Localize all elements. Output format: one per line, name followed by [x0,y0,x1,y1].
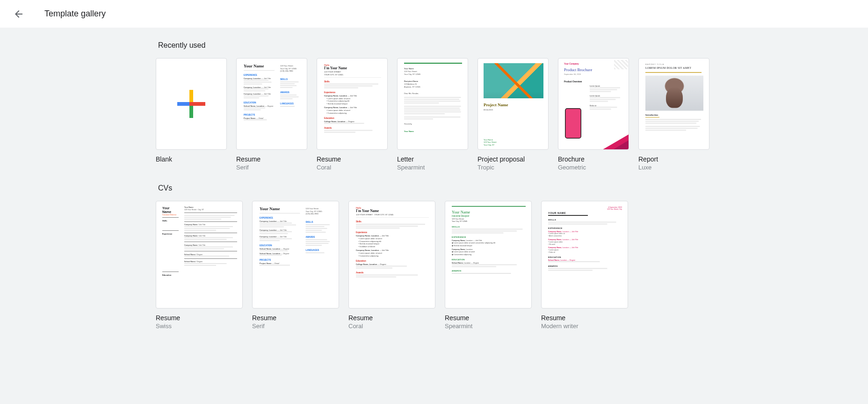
template-thumb: Hello I'm Your Name 123 YOUR STREET · YO… [348,201,435,309]
preview-title: LOREM IPSUM DOLOR SIT AMET [645,66,703,70]
template-subtitle: Coral [317,164,388,171]
plus-icon [156,59,226,149]
preview-hdr-edu: EDUCATION [452,259,526,261]
template-thumb: Your Name123 Your StreetYour City, ST 12… [397,58,468,150]
preview-name: Your Name [452,210,526,215]
template-title: Resume [317,155,388,163]
back-button[interactable] [9,5,28,23]
preview-left-name: Your Name [162,206,179,213]
template-subtitle: Spearmint [397,164,468,171]
template-thumb: Your Name EXPERIENCE Company, Location —… [236,58,307,150]
template-subtitle: Spearmint [445,323,532,330]
preview-project-name: Project Name [484,103,543,108]
section-title-cvs: CVs [158,184,712,192]
template-thumb [156,58,227,150]
preview-tag: REPORT TITLE [645,63,703,66]
template-subtitle: Tropic [477,164,549,171]
arrow-left-icon [13,8,24,20]
template-subtitle: Swiss [156,323,243,330]
template-blank[interactable]: Blank [156,58,227,171]
template-title: Resume [445,314,532,322]
page-title: Template gallery [44,9,106,19]
preview-hdr-awards: AWARDS [452,270,526,272]
template-title: Project proposal [477,155,549,163]
template-brochure-geometric[interactable]: Your Company Product Brochure September … [558,58,629,171]
template-title: Letter [397,155,468,163]
template-title: Blank [156,155,227,163]
preview-hdr-skills: SKILLS [548,219,622,221]
template-subtitle: Serif [236,164,307,171]
template-cv-serif[interactable]: Your Name EXPERIENCE Company, Location —… [252,201,339,330]
template-cv-coral[interactable]: Hello I'm Your Name 123 YOUR STREET · YO… [348,201,435,330]
template-resume-serif[interactable]: Your Name EXPERIENCE Company, Location —… [236,58,307,171]
cv-row: Your Name Creative Director Skills Exper… [156,201,712,330]
template-resume-swiss[interactable]: Your Name Creative Director Skills Exper… [156,201,243,330]
template-letter-spearmint[interactable]: Your Name123 Your StreetYour City, ST 12… [397,58,468,171]
preview-right-name: Your Name [184,206,194,208]
preview-hdr-awards: AWARDS [548,265,622,267]
preview-footer: Your Name [484,139,493,141]
template-subtitle: Geometric [558,164,629,171]
preview-name: Your Name [260,206,300,212]
template-subtitle: Luxe [638,164,709,171]
template-title: Brochure [558,155,629,163]
template-thumb: Project Name 09.04.2019 Your Name123 You… [477,58,549,150]
template-title: Resume [348,314,435,322]
preview-signature: Your Name [404,130,462,132]
preview-name: I'm Your Name [356,209,429,213]
template-thumb: 4 September 20XX123 Your Street, City YO… [541,201,628,309]
template-report-luxe[interactable]: REPORT TITLE LOREM IPSUM DOLOR SIT AMET … [638,58,709,171]
preview-section: Product Overview [564,81,624,83]
section-title-recent: Recently used [158,41,712,50]
preview-name: Your Name [244,64,275,69]
preview-hdr-exp: EXPERIENCE [452,236,526,238]
template-title: Report [638,155,709,163]
template-project-proposal-tropic[interactable]: Project Name 09.04.2019 Your Name123 You… [477,58,549,171]
template-subtitle: Serif [252,323,339,330]
template-title: Resume [541,314,628,322]
template-thumb: REPORT TITLE LOREM IPSUM DOLOR SIT AMET … [638,58,709,150]
preview-hdr-exp: EXPERIENCE [548,228,622,230]
template-title: Resume [236,155,307,163]
content-area: Recently used Blank Your Name [156,41,712,348]
preview-section: Introduction [645,114,703,117]
template-thumb: Hello I'm Your Name 123 YOUR STREETYOUR … [317,58,388,150]
template-title: Resume [252,314,339,322]
preview-hdr-edu: EDUCATION [548,256,622,258]
template-cv-spearmint[interactable]: Your Name Industrial Designer 123 Your S… [445,201,532,330]
template-cv-modern-writer[interactable]: 4 September 20XX123 Your Street, City YO… [541,201,628,330]
preview-role: Industrial Designer [452,215,526,217]
template-subtitle: Coral [348,323,435,330]
template-thumb: Your Name Industrial Designer 123 Your S… [445,201,532,309]
preview-name: YOUR NAME [548,212,622,214]
recent-row: Blank Your Name EXPERIENCE Company, Loca… [156,58,712,171]
preview-left-role: Creative Director [162,213,179,216]
template-thumb: Your Company Product Brochure September … [558,58,629,150]
template-thumb: Your Name EXPERIENCE Company, Location —… [252,201,339,309]
template-thumb: Your Name Creative Director Skills Exper… [156,201,243,309]
preview-name: I'm Your Name [324,66,381,71]
preview-hdr-skills: SKILLS [452,226,526,228]
template-resume-coral[interactable]: Hello I'm Your Name 123 YOUR STREETYOUR … [317,58,388,171]
header-bar: Template gallery [0,0,868,28]
preview-lbl-edu: Education [162,274,179,276]
template-title: Resume [156,314,243,322]
template-subtitle: Modern writer [541,323,628,330]
